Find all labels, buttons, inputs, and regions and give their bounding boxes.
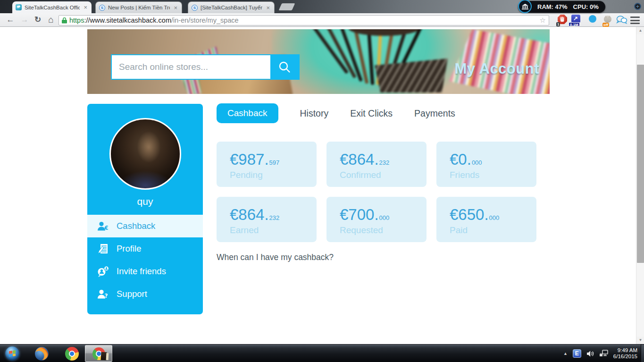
stat-value: €700.000 bbox=[340, 206, 427, 224]
search-button[interactable] bbox=[270, 55, 299, 79]
balloon-extension-icon[interactable] bbox=[587, 14, 598, 26]
invite-person-icon bbox=[97, 266, 110, 277]
chat-bubbles-icon bbox=[616, 15, 627, 25]
network-icon[interactable] bbox=[599, 350, 608, 357]
sidebar-item-label: Invite friends bbox=[117, 266, 166, 277]
alexa-badge: 0.1M bbox=[569, 22, 580, 26]
cashback-stats: €987.597 Pending €864.232 Confirmed €0.0… bbox=[217, 142, 536, 242]
windows-logo-icon bbox=[9, 350, 16, 356]
browser-tab-3[interactable]: S [SiteTalkCashBack] Tuyển × bbox=[188, 1, 275, 13]
home-icon[interactable]: ⌂ bbox=[45, 14, 57, 25]
tab-cashback[interactable]: Cashback bbox=[217, 103, 278, 123]
monitor-plus-icon[interactable]: + bbox=[634, 3, 641, 10]
back-icon[interactable]: ← bbox=[5, 14, 16, 25]
tab-history[interactable]: History bbox=[300, 108, 329, 119]
tab-payments[interactable]: Payments bbox=[414, 108, 455, 119]
browser-tab-1[interactable]: SiteTalkCashBack Official S × bbox=[12, 1, 92, 13]
chrome-active-window-button[interactable] bbox=[85, 345, 112, 362]
url-scheme: https bbox=[69, 17, 84, 24]
scroll-up-icon[interactable]: ▲ bbox=[636, 27, 644, 34]
window-thumbnail bbox=[106, 353, 109, 360]
cat-extension-icon[interactable]: off bbox=[602, 14, 613, 26]
system-monitor-overlay: RAM: 47% CPU: 0% bbox=[518, 1, 605, 13]
arrow-up-right-icon: ↗ bbox=[571, 15, 580, 23]
search-input[interactable] bbox=[112, 55, 270, 79]
adblock-badge: 1 bbox=[556, 22, 560, 26]
cat-off-badge: off bbox=[602, 23, 609, 27]
firefox-taskbar-icon[interactable] bbox=[35, 347, 49, 361]
stat-value: €864.232 bbox=[340, 151, 427, 168]
username: quy bbox=[87, 196, 203, 207]
forward-icon[interactable]: → bbox=[19, 14, 30, 25]
ram-usage: RAM: 47% bbox=[537, 3, 568, 10]
start-button[interactable] bbox=[5, 346, 19, 361]
browser-tab-strip: SiteTalkCashBack Official S × S New Post… bbox=[0, 0, 644, 13]
tab-close-icon[interactable]: × bbox=[173, 5, 178, 11]
sidebar-item-support[interactable]: ? Support bbox=[87, 283, 203, 305]
document-pencil-icon bbox=[97, 243, 110, 254]
sidebar-item-label: Support bbox=[117, 289, 147, 299]
bookmark-star-icon[interactable]: ☆ bbox=[540, 16, 546, 25]
sidebar-item-profile[interactable]: Profile bbox=[87, 237, 203, 260]
stat-card-paid: €650.000 Paid bbox=[436, 197, 536, 242]
browser-tab-2[interactable]: S New Posts | Kiếm Tiền Trê × bbox=[95, 1, 182, 13]
hero-banner: My Account bbox=[87, 29, 550, 94]
alexa-rank-extension-icon[interactable]: ↗ 0.1M bbox=[570, 14, 581, 26]
tab-title: SiteTalkCashBack Official S bbox=[25, 5, 80, 10]
store-search bbox=[111, 54, 300, 80]
scrollbar-thumb[interactable] bbox=[637, 65, 644, 263]
menu-hamburger-icon[interactable] bbox=[630, 17, 640, 24]
tray-app-icon[interactable]: E bbox=[573, 349, 581, 358]
system-tray: ▲ E 9:49 AM 6/16/2015 bbox=[563, 345, 638, 362]
stat-value: €864.232 bbox=[230, 206, 317, 224]
tab-exit-clicks[interactable]: Exit Clicks bbox=[350, 108, 393, 119]
stat-label: Paid bbox=[450, 225, 536, 236]
stat-card-requested: €700.000 Requested bbox=[326, 197, 427, 242]
stat-label: Pending bbox=[230, 170, 317, 180]
account-sidebar: quy € Cashback bbox=[87, 104, 203, 314]
stat-label: Requested bbox=[340, 225, 427, 236]
sidebar-item-label: Profile bbox=[117, 244, 141, 254]
cpu-usage: CPU: 0% bbox=[573, 3, 599, 10]
avatar[interactable] bbox=[109, 118, 181, 190]
svg-text:€: € bbox=[104, 225, 109, 231]
user-question-icon: ? bbox=[97, 288, 110, 300]
clock-time: 9:49 AM bbox=[613, 347, 637, 354]
stat-value: €987.597 bbox=[230, 151, 317, 168]
page-scrollbar[interactable]: ▲ ▼ bbox=[636, 27, 644, 344]
chrome-taskbar-icon[interactable] bbox=[65, 347, 79, 361]
monitor-app-icon bbox=[518, 0, 532, 13]
reload-icon[interactable]: ↻ bbox=[32, 14, 43, 25]
adblock-extension-icon[interactable]: 1 bbox=[557, 14, 568, 26]
speaker-icon[interactable] bbox=[586, 350, 594, 357]
tab-title: [SiteTalkCashBack] Tuyển bbox=[201, 5, 262, 10]
show-desktop-button[interactable] bbox=[641, 345, 644, 362]
account-tabs: Cashback History Exit Clicks Payments bbox=[217, 103, 455, 123]
sidebar-item-cashback[interactable]: € Cashback bbox=[87, 215, 203, 237]
sitetalk-s-favicon-icon: S bbox=[99, 5, 105, 11]
sidebar-item-label: Cashback bbox=[117, 221, 155, 231]
tab-close-icon[interactable]: × bbox=[265, 5, 271, 11]
chat-extension-icon[interactable] bbox=[616, 15, 627, 27]
tab-close-icon[interactable]: × bbox=[83, 4, 88, 10]
padlock-icon bbox=[62, 17, 67, 24]
tab-title: New Posts | Kiếm Tiền Trê bbox=[108, 5, 170, 10]
scroll-down-icon[interactable]: ▼ bbox=[636, 337, 644, 344]
clock[interactable]: 9:49 AM 6/16/2015 bbox=[613, 347, 638, 360]
svg-text:?: ? bbox=[105, 293, 108, 299]
sidebar-item-invite-friends[interactable]: Invite friends bbox=[87, 260, 203, 283]
tray-chevron-icon[interactable]: ▲ bbox=[563, 351, 568, 356]
stat-card-confirmed: €864.232 Confirmed bbox=[326, 142, 427, 187]
windows-taskbar: ▲ E 9:49 AM 6/16/2015 bbox=[0, 344, 644, 362]
cat-icon bbox=[604, 16, 611, 23]
browser-toolbar: ← → ↻ ⌂ https://www.sitetalkcashback.com… bbox=[0, 13, 644, 27]
url-path: /in-en/store/my_space bbox=[171, 17, 239, 24]
sidebar-menu: € Cashback Profile bbox=[87, 215, 203, 305]
address-bar[interactable]: https://www.sitetalkcashback.com/in-en/s… bbox=[59, 15, 549, 25]
sitetalk-favicon-icon bbox=[16, 4, 22, 10]
new-tab-button[interactable] bbox=[279, 3, 295, 10]
cashback-faq-link[interactable]: When can I have my cashback? bbox=[217, 253, 334, 262]
clock-date: 6/16/2015 bbox=[613, 354, 637, 360]
screen: SiteTalkCashBack Official S × S New Post… bbox=[0, 0, 644, 362]
page-title: My Account bbox=[454, 60, 539, 77]
